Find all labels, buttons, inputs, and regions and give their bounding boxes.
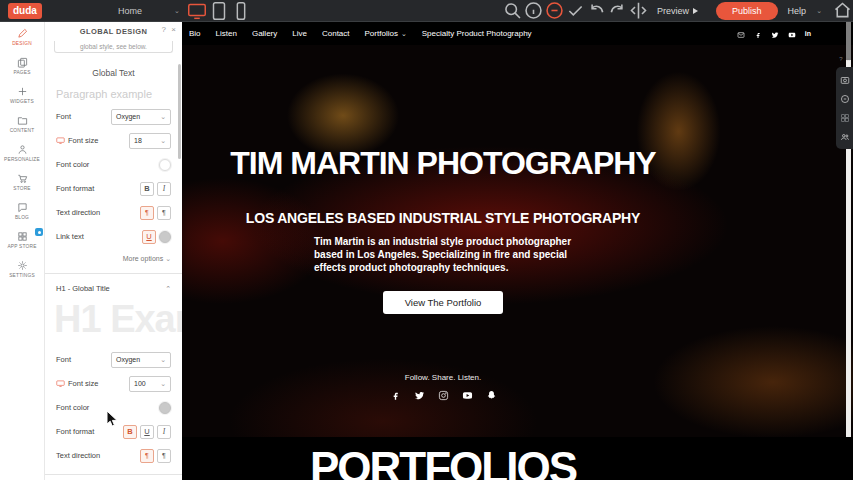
search-button[interactable] [502,0,523,22]
youtube-icon[interactable] [788,25,796,43]
h1-ltr-direction-button[interactable]: ¶ [140,449,154,463]
facebook-icon[interactable] [390,387,401,405]
camera-icon [840,75,850,85]
pages-icon [17,57,28,68]
undo-button[interactable] [586,0,607,22]
italic-button[interactable]: I [157,182,171,196]
folder-icon [17,115,28,126]
more-options-link[interactable]: More options ⌄ [56,255,171,262]
mobile-view-button[interactable] [230,0,252,22]
preview-scrollbar-thumb[interactable] [846,22,851,60]
paragraph-style-preview: Paragraph example [56,88,182,100]
dev-mode-button[interactable] [628,0,649,22]
nav-link-gallery[interactable]: Gallery [252,29,277,38]
h1-font-select[interactable]: Oxygen ⌄ [111,352,171,368]
sidebar-item-label: PERSONALIZE [4,157,40,162]
sidebar-item-label: WIDGETS [10,99,34,104]
redo-icon [607,0,628,21]
sidebar-item-design[interactable]: DESIGN [0,22,44,51]
h1-section-header[interactable]: H1 - Global Title ⌃ [56,284,171,293]
nav-link-live[interactable]: Live [292,29,307,38]
font-size-label-text: Font size [68,136,98,145]
panel-header: GLOBAL DESIGN ? × [45,22,182,41]
panel-help-button[interactable]: ? [162,26,166,34]
play-icon [693,8,698,14]
h1-font-size-label: Font size [56,379,98,388]
panel-scrollbar[interactable] [178,64,181,159]
info-button[interactable] [523,0,544,22]
redo-button[interactable] [607,0,628,22]
panel-close-button[interactable]: × [171,26,176,34]
font-select[interactable]: Oxygen ⌄ [111,109,171,125]
rtl-direction-button[interactable]: ¶ [157,206,171,220]
page-selector-dropdown[interactable]: Home ⌄ [118,6,180,16]
link-underline-button[interactable]: U [142,230,156,244]
preview-button[interactable]: Preview [657,6,698,16]
h1-rtl-direction-button[interactable]: ¶ [157,449,171,463]
h1-font-color-row: Font color [56,400,171,415]
scrolled-note-card: global style, see below. [54,41,173,53]
twitter-icon[interactable] [414,387,425,405]
sidebar-item-app-store[interactable]: APP STORE [0,225,44,254]
nav-link-specialty[interactable]: Specialty Product Photography [422,29,532,38]
font-size-select[interactable]: 18 ⌄ [129,133,171,149]
hero-title: TIM MARTIN PHOTOGRAPHY [182,145,704,182]
h1-text-direction-row: Text direction ¶ ¶ [56,448,171,463]
h1-underline-button[interactable]: U [140,425,154,439]
h1-font-color-swatch[interactable] [159,402,171,414]
panel-title: GLOBAL DESIGN [80,27,148,36]
bold-button[interactable]: B [140,182,154,196]
dashboard-home-button[interactable] [832,0,853,22]
publish-button[interactable]: Publish [716,2,778,20]
link-text-label: Link text [56,232,84,241]
desktop-view-button[interactable] [186,0,208,22]
linkedin-icon[interactable]: in [805,30,811,37]
facebook-icon[interactable] [754,25,762,43]
sidebar-item-widgets[interactable]: WIDGETS [0,80,44,109]
editor-topbar: duda Home ⌄ [0,0,853,22]
chevron-down-icon: ⌄ [401,30,407,37]
h1-font-size-row: Font size 100 ⌄ [56,376,171,391]
layers-tool-button[interactable] [836,108,853,127]
nav-link-contact[interactable]: Contact [322,29,350,38]
view-portfolio-button[interactable]: View The Portfolio [383,291,503,314]
nav-link-listen[interactable]: Listen [216,29,237,38]
comments-button[interactable] [544,0,565,22]
float-close-icon[interactable]: × [846,56,850,62]
twitter-icon[interactable] [771,25,779,43]
tablet-view-button[interactable] [208,0,230,22]
page-selector-label: Home [118,6,142,16]
float-help-icon[interactable]: ? [839,56,842,62]
sidebar-item-store[interactable]: STORE [0,167,44,196]
hero-paragraph: Tim Martin is an industrial style produc… [314,235,572,275]
screenshot-tool-button[interactable] [836,70,853,89]
email-icon[interactable] [737,25,745,43]
duda-logo[interactable]: duda [8,3,42,19]
site-preview-canvas[interactable]: Bio Listen Gallery Live Contact Portfoli… [182,22,853,480]
collaborators-tool-button[interactable] [836,127,853,146]
font-color-label: Font color [56,160,89,169]
font-label: Font [56,112,71,121]
sidebar-item-settings[interactable]: SETTINGS [0,254,44,283]
snapchat-icon[interactable] [486,387,497,405]
chevron-down-icon: ⌄ [160,380,166,387]
help-menu[interactable]: Help ⌄ [788,6,822,16]
h1-italic-button[interactable]: I [157,425,171,439]
sidebar-item-pages[interactable]: PAGES [0,51,44,80]
nav-link-bio[interactable]: Bio [189,29,201,38]
sidebar-item-content[interactable]: CONTENT [0,109,44,138]
save-confirm-button[interactable] [565,0,586,22]
feedback-tool-button[interactable] [836,89,853,108]
ltr-direction-button[interactable]: ¶ [140,206,154,220]
font-color-swatch[interactable] [159,159,171,171]
font-size-row: Font size 18 ⌄ [56,133,171,148]
instagram-icon[interactable] [438,387,449,405]
h1-bold-button[interactable]: B [123,425,137,439]
nav-link-portfolios[interactable]: Portfolios⌄ [365,29,407,38]
h1-font-size-select[interactable]: 100 ⌄ [129,376,171,392]
link-color-swatch[interactable] [159,231,171,243]
youtube-icon[interactable] [462,387,473,405]
sidebar-item-blog[interactable]: BLOG [0,196,44,225]
sidebar-item-personalize[interactable]: PERSONALIZE [0,138,44,167]
sidebar-item-label: SETTINGS [9,273,35,278]
